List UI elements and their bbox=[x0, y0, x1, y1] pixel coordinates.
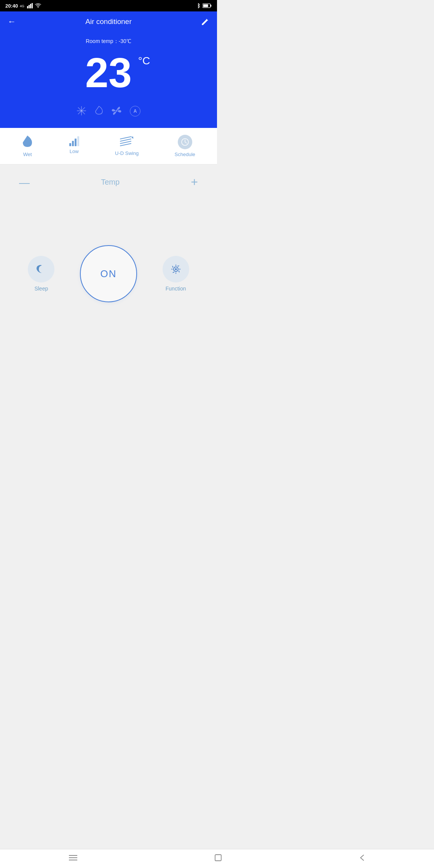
battery-icon bbox=[203, 3, 212, 8]
edit-icon[interactable] bbox=[201, 18, 209, 26]
status-left: 20:40 4G bbox=[5, 3, 41, 9]
fan-mode-icon[interactable] bbox=[112, 106, 121, 116]
bottom-spacer bbox=[0, 321, 217, 344]
status-bar: 20:40 4G bbox=[0, 0, 217, 11]
temp-section: Room temp：-30℃ 23 °C bbox=[0, 30, 217, 97]
spacer bbox=[0, 199, 217, 230]
svg-line-22 bbox=[185, 142, 187, 143]
sleep-icon bbox=[28, 256, 54, 282]
svg-rect-2 bbox=[29, 5, 30, 8]
snowflake-mode-icon[interactable] bbox=[77, 106, 86, 116]
svg-rect-4 bbox=[32, 3, 33, 8]
on-off-button[interactable]: ON bbox=[80, 245, 137, 302]
svg-point-14 bbox=[116, 110, 117, 112]
wet-control[interactable]: Wet bbox=[22, 135, 33, 157]
quick-controls-row: Wet Low U-D Swing Schedu bbox=[0, 128, 217, 164]
schedule-label: Schedule bbox=[175, 152, 195, 157]
status-right bbox=[196, 3, 212, 8]
schedule-icon bbox=[178, 135, 192, 149]
svg-point-24 bbox=[175, 268, 177, 270]
blue-section: ← Air conditioner Room temp：-30℃ 23 °C bbox=[0, 11, 217, 128]
sleep-control[interactable]: Sleep bbox=[28, 256, 54, 292]
mode-icons-row: A bbox=[0, 106, 217, 116]
svg-line-15 bbox=[120, 137, 131, 139]
function-control[interactable]: Function bbox=[163, 256, 189, 292]
svg-line-17 bbox=[120, 141, 131, 144]
svg-rect-8 bbox=[203, 5, 208, 7]
ud-swing-label: U-D Swing bbox=[115, 150, 139, 156]
page-title: Air conditioner bbox=[85, 18, 131, 26]
status-time: 20:40 bbox=[5, 3, 18, 9]
ud-swing-control[interactable]: U-D Swing bbox=[115, 136, 139, 156]
svg-rect-7 bbox=[211, 5, 212, 6]
swing-icon bbox=[120, 136, 134, 148]
svg-text:4G: 4G bbox=[20, 4, 24, 8]
on-button-label: ON bbox=[100, 268, 116, 280]
svg-rect-3 bbox=[30, 4, 31, 8]
svg-rect-1 bbox=[27, 6, 28, 8]
wet-icon bbox=[22, 135, 33, 149]
auto-mode-icon[interactable]: A bbox=[130, 106, 140, 116]
svg-marker-19 bbox=[131, 137, 133, 139]
sleep-label: Sleep bbox=[34, 286, 48, 292]
low-icon bbox=[69, 138, 79, 146]
svg-line-16 bbox=[120, 139, 131, 141]
function-label: Function bbox=[166, 286, 186, 292]
network-type: 4G bbox=[20, 3, 25, 9]
low-label: Low bbox=[70, 148, 79, 154]
wet-label: Wet bbox=[23, 152, 32, 157]
low-control[interactable]: Low bbox=[69, 138, 79, 154]
wifi-icon bbox=[35, 3, 41, 8]
main-control-area: Sleep ON Function bbox=[0, 230, 217, 321]
temp-control-row: — Temp + bbox=[0, 164, 217, 199]
room-temp-label: Room temp：-30℃ bbox=[0, 38, 217, 45]
temp-decrease-button[interactable]: — bbox=[19, 176, 30, 188]
svg-line-18 bbox=[120, 144, 131, 146]
bluetooth-icon bbox=[196, 3, 200, 8]
drop-mode-icon[interactable] bbox=[95, 106, 103, 116]
schedule-control[interactable]: Schedule bbox=[175, 135, 195, 157]
set-temperature: 23 bbox=[85, 52, 132, 94]
temp-increase-button[interactable]: + bbox=[191, 176, 198, 188]
function-icon bbox=[163, 256, 189, 282]
signal-icon bbox=[27, 3, 33, 8]
svg-point-13 bbox=[81, 110, 82, 112]
temp-unit: °C bbox=[138, 55, 150, 67]
temp-control-label: Temp bbox=[101, 178, 120, 187]
back-button[interactable]: ← bbox=[8, 17, 16, 27]
app-header: ← Air conditioner bbox=[0, 11, 217, 30]
svg-point-5 bbox=[38, 7, 38, 8]
